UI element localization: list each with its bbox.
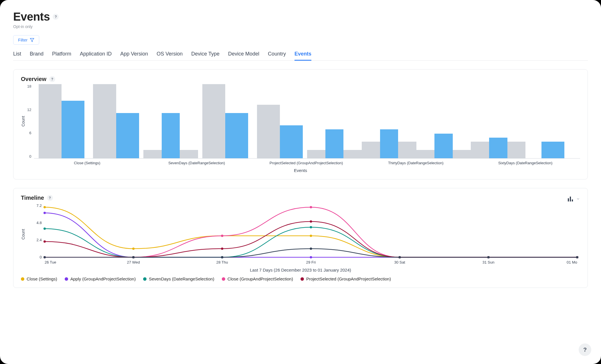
legend-item[interactable]: Close (Settings) bbox=[21, 276, 57, 281]
grey-bar bbox=[180, 150, 198, 158]
timeline-point bbox=[44, 206, 46, 208]
bar-group bbox=[89, 84, 143, 158]
tab-application-id[interactable]: Application ID bbox=[80, 51, 112, 60]
timeline-ylabel: Count bbox=[21, 229, 25, 240]
grey-bar bbox=[307, 150, 325, 158]
svg-text:26 Tue: 26 Tue bbox=[45, 260, 56, 264]
grey-bar bbox=[143, 150, 162, 158]
blue-bar bbox=[62, 101, 84, 158]
legend-swatch bbox=[222, 277, 225, 281]
tab-platform[interactable]: Platform bbox=[52, 51, 71, 60]
help-icon[interactable]: ? bbox=[53, 14, 59, 20]
filter-button-label: Filter bbox=[18, 37, 27, 42]
legend-label: ProjectSelected (GroupAndProjectSelectio… bbox=[306, 276, 391, 281]
bar-chart-icon bbox=[567, 195, 574, 202]
svg-rect-3 bbox=[572, 199, 573, 201]
legend-item[interactable]: Close (GroupAndProjectSelection) bbox=[222, 276, 293, 281]
filter-button[interactable]: Filter bbox=[13, 35, 39, 45]
tab-brand[interactable]: Brand bbox=[30, 51, 44, 60]
svg-text:30 Sat: 30 Sat bbox=[394, 260, 405, 264]
legend-swatch bbox=[21, 277, 24, 281]
blue-bar bbox=[380, 129, 398, 158]
overview-xlabels: Close (Settings)SevenDays (DateRangeSele… bbox=[32, 159, 580, 165]
overview-chart: Count 181260 bbox=[21, 84, 580, 159]
grey-bar bbox=[416, 150, 435, 158]
tab-device-type[interactable]: Device Type bbox=[191, 51, 220, 60]
overview-bars bbox=[34, 84, 580, 158]
timeline-series bbox=[45, 227, 577, 257]
timeline-point bbox=[310, 220, 312, 223]
legend-swatch bbox=[143, 277, 147, 281]
legend-item[interactable]: ProjectSelected (GroupAndProjectSelectio… bbox=[300, 276, 391, 281]
overview-card: Overview ? Count 181260 Close (Settings)… bbox=[13, 69, 588, 179]
svg-text:2.4: 2.4 bbox=[36, 238, 41, 242]
floating-help-button[interactable]: ? bbox=[579, 343, 591, 356]
bar-group bbox=[34, 84, 89, 158]
timeline-caption: Last 7 Days (26 December 2023 to 01 Janu… bbox=[21, 268, 580, 272]
help-icon[interactable]: ? bbox=[49, 76, 55, 82]
blue-bar bbox=[116, 113, 139, 158]
tab-country[interactable]: Country bbox=[268, 51, 286, 60]
tab-events[interactable]: Events bbox=[294, 51, 311, 60]
overview-yaxis: 181260 bbox=[27, 84, 34, 159]
blue-bar bbox=[225, 113, 248, 158]
grey-bar bbox=[343, 150, 362, 158]
timeline-point bbox=[221, 248, 223, 250]
overview-title: Overview ? bbox=[21, 76, 580, 82]
grey-bar bbox=[202, 84, 225, 158]
timeline-legend: Close (Settings)Apply (GroupAndProjectSe… bbox=[21, 276, 580, 281]
grey-bar bbox=[507, 142, 526, 158]
overview-xlabel: Events bbox=[21, 168, 580, 173]
chart-type-toggle[interactable] bbox=[567, 195, 580, 202]
tab-device-model[interactable]: Device Model bbox=[228, 51, 259, 60]
legend-label: Close (GroupAndProjectSelection) bbox=[228, 276, 293, 281]
help-icon[interactable]: ? bbox=[47, 195, 53, 201]
legend-label: SevenDays (DateRangeSelection) bbox=[149, 276, 214, 281]
timeline-point bbox=[398, 256, 401, 258]
overview-xlabel-tick: ProjectSelected (GroupAndProjectSelectio… bbox=[252, 159, 361, 165]
timeline-point bbox=[487, 256, 490, 258]
overview-title-text: Overview bbox=[21, 76, 46, 82]
blue-bar bbox=[162, 113, 180, 158]
svg-text:01 Mo: 01 Mo bbox=[567, 260, 577, 264]
timeline-point bbox=[310, 248, 312, 250]
grey-bar bbox=[453, 150, 471, 158]
grey-bar bbox=[93, 84, 116, 158]
timeline-point bbox=[44, 228, 46, 230]
timeline-point bbox=[44, 212, 46, 214]
blue-bar bbox=[434, 134, 453, 158]
grey-bar bbox=[398, 142, 416, 158]
overview-ylabel: Count bbox=[21, 116, 25, 126]
timeline-point bbox=[310, 256, 312, 258]
bar-group bbox=[198, 84, 253, 158]
bar-group bbox=[471, 84, 525, 158]
bar-group bbox=[307, 84, 362, 158]
overview-xlabel-tick: SevenDays (DateRangeSelection) bbox=[142, 159, 252, 165]
page-title-text: Events bbox=[13, 10, 50, 23]
legend-item[interactable]: Apply (GroupAndProjectSelection) bbox=[65, 276, 136, 281]
svg-text:31 Sun: 31 Sun bbox=[483, 260, 495, 264]
tab-os-version[interactable]: OS Version bbox=[157, 51, 183, 60]
tab-list[interactable]: List bbox=[13, 51, 21, 60]
timeline-title: Timeline ? bbox=[21, 195, 53, 201]
timeline-series bbox=[45, 249, 577, 257]
grey-bar bbox=[39, 84, 62, 158]
legend-item[interactable]: SevenDays (DateRangeSelection) bbox=[143, 276, 214, 281]
legend-swatch bbox=[65, 277, 68, 281]
svg-text:28 Thu: 28 Thu bbox=[216, 260, 228, 264]
legend-label: Apply (GroupAndProjectSelection) bbox=[70, 276, 136, 281]
timeline-chart: 02.44.87.226 Tue27 Wed28 Thu29 Fri30 Sat… bbox=[27, 203, 580, 266]
tab-app-version[interactable]: App Version bbox=[120, 51, 148, 60]
svg-text:27 Wed: 27 Wed bbox=[127, 260, 140, 264]
timeline-point bbox=[221, 256, 223, 258]
svg-rect-2 bbox=[570, 197, 571, 201]
page-title: Events ? bbox=[13, 10, 588, 23]
timeline-point bbox=[576, 256, 578, 258]
grey-bar bbox=[362, 142, 380, 158]
overview-xlabel-tick: SixtyDays (DateRangeSelection) bbox=[470, 159, 580, 165]
svg-marker-0 bbox=[30, 38, 34, 42]
overview-xlabel-tick: ThirtyDays (DateRangeSelection) bbox=[361, 159, 470, 165]
svg-text:29 Fri: 29 Fri bbox=[306, 260, 316, 264]
timeline-point bbox=[310, 226, 312, 228]
blue-bar bbox=[541, 142, 564, 158]
